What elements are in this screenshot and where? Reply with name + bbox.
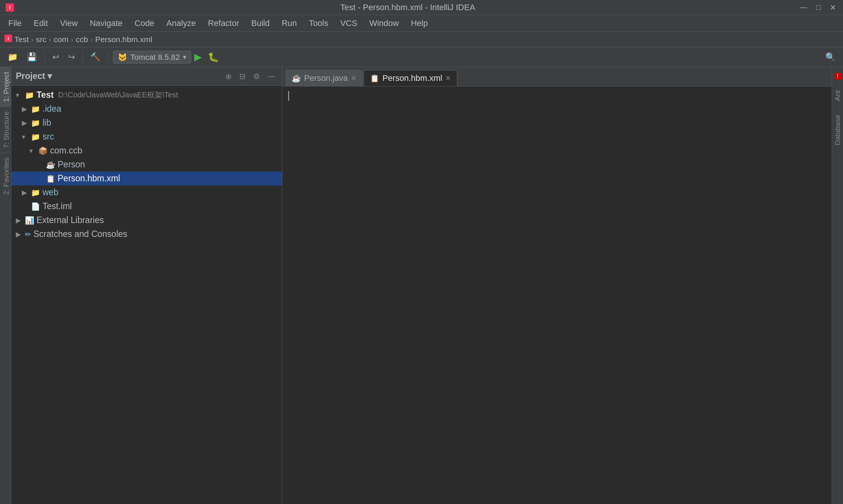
text-cursor <box>288 91 289 101</box>
app-icon: I <box>5 2 15 13</box>
open-project-btn[interactable]: 📁 <box>5 51 21 64</box>
tab-close-java[interactable]: ✕ <box>351 74 356 82</box>
redo-btn[interactable]: ↪ <box>65 51 78 64</box>
run-button[interactable]: ▶ <box>194 51 202 63</box>
menu-help[interactable]: Help <box>406 17 433 30</box>
tree-icon-person-hbm: 📋 <box>46 174 55 183</box>
search-everywhere-button[interactable]: 🔍 <box>822 51 838 64</box>
run-config-selector[interactable]: 🐱Tomcat 8.5.82▾ <box>113 51 191 64</box>
toolbar-separator <box>82 52 83 63</box>
tree-label-web: web <box>43 187 58 197</box>
toolbar-separator <box>108 52 108 63</box>
tree-label-com-ccb: com.ccb <box>50 146 82 156</box>
breadcrumb-item-ccb[interactable]: ccb <box>76 35 88 44</box>
tree-item-src[interactable]: ▾ 📁 src <box>11 130 282 144</box>
favorites-tab[interactable]: 2: Favorites <box>0 153 11 199</box>
tree-label-idea: .idea <box>43 104 61 114</box>
tree-icon-src: 📁 <box>31 132 40 141</box>
tab-label-hbm: Person.hbm.xml <box>382 73 442 83</box>
tree-item-idea[interactable]: ▶ 📁 .idea <box>11 102 282 116</box>
menu-refactor[interactable]: Refactor <box>202 17 244 30</box>
tree-item-com-ccb[interactable]: ▾ 📦 com.ccb <box>11 144 282 158</box>
run-config-label: Tomcat 8.5.82 <box>130 53 180 62</box>
panel-tool-sync[interactable]: ⊕ <box>223 71 234 82</box>
menu-run[interactable]: Run <box>276 17 302 30</box>
tree-item-person[interactable]: ▶ ☕ Person <box>11 158 282 172</box>
cursor-line <box>288 91 826 101</box>
save-btn[interactable]: 💾 <box>24 51 40 64</box>
menu-code[interactable]: Code <box>129 17 160 30</box>
tree-item-test[interactable]: ▾ 📁 Test D:\Code\JavaWeb\JavaEE框架\Test <box>11 88 282 102</box>
breadcrumb-item-src[interactable]: src <box>36 35 47 44</box>
project-tab[interactable]: 1: Project <box>0 67 11 106</box>
debug-button[interactable]: 🐛 <box>205 50 222 64</box>
menu-tools[interactable]: Tools <box>304 17 333 30</box>
project-tree: ▾ 📁 Test D:\Code\JavaWeb\JavaEE框架\Test ▶… <box>11 86 282 504</box>
tab-close-hbm[interactable]: ✕ <box>445 74 451 82</box>
editor-content[interactable] <box>282 87 832 504</box>
menu-navigate[interactable]: Navigate <box>85 17 128 30</box>
tree-icon-lib: 📁 <box>31 118 40 128</box>
breadcrumb-item-com[interactable]: com <box>54 35 69 44</box>
tab-person-hbm[interactable]: 📋 Person.hbm.xml ✕ <box>364 70 457 86</box>
error-stripe: ! <box>834 73 841 80</box>
tree-label-ext-lib: External Libraries <box>37 215 104 225</box>
maximize-button[interactable]: □ <box>814 2 823 13</box>
menu-build[interactable]: Build <box>246 17 275 30</box>
undo-btn[interactable]: ↩ <box>49 51 62 64</box>
tree-label-person-hbm: Person.hbm.xml <box>58 173 120 184</box>
ant-panel-label[interactable]: Ant <box>832 87 843 104</box>
breadcrumb-sep-2: › <box>49 35 52 44</box>
project-header: Project ▾ ⊕ ⊟ ⚙ — <box>11 67 282 86</box>
tree-item-web[interactable]: ▶ 📁 web <box>11 185 282 199</box>
menu-window[interactable]: Window <box>364 17 404 30</box>
svg-text:I: I <box>9 5 11 11</box>
breadcrumb-item-person-hbm.xml[interactable]: Person.hbm.xml <box>95 35 152 44</box>
structure-tab[interactable]: 7: Structure <box>0 106 11 153</box>
breadcrumb-item-test[interactable]: Test <box>14 35 29 44</box>
tree-arrow-ext-lib: ▶ <box>16 216 23 225</box>
project-panel: Project ▾ ⊕ ⊟ ⚙ — ▾ 📁 Test D:\Code\JavaW… <box>11 67 282 504</box>
tree-icon-test-iml: 📄 <box>31 202 40 211</box>
tree-item-test-iml[interactable]: ▶ 📄 Test.iml <box>11 199 282 213</box>
build-btn[interactable]: 🔨 <box>87 51 103 64</box>
tree-item-lib[interactable]: ▶ 📁 lib <box>11 116 282 130</box>
tree-icon-scratches: ✏ <box>25 230 31 239</box>
panel-tool-hide[interactable]: — <box>265 71 277 82</box>
menu-edit[interactable]: Edit <box>28 17 53 30</box>
tree-label-scratches: Scratches and Consoles <box>33 229 127 239</box>
breadcrumb-sep-1: › <box>31 35 34 44</box>
tab-person-java[interactable]: ☕ Person.java ✕ <box>285 70 363 86</box>
tree-item-person-hbm[interactable]: ▶ 📋 Person.hbm.xml <box>11 172 282 185</box>
tree-icon-web: 📁 <box>31 188 40 197</box>
menu-view[interactable]: View <box>55 17 83 30</box>
tree-label-lib: lib <box>43 118 51 128</box>
menu-file[interactable]: File <box>3 17 27 30</box>
editor-area: ☕ Person.java ✕ 📋 Person.hbm.xml ✕ <box>282 67 832 504</box>
svg-text:I: I <box>8 36 9 41</box>
panel-tool-collapse[interactable]: ⊟ <box>237 71 248 82</box>
tree-label-test: Test <box>37 90 54 100</box>
panel-tool-settings[interactable]: ⚙ <box>251 71 262 82</box>
toolbar-right: 🔍 <box>822 51 838 64</box>
tree-icon-project: 📁 <box>25 91 34 100</box>
tab-bar: ☕ Person.java ✕ 📋 Person.hbm.xml ✕ <box>282 67 832 87</box>
run-config-arrow: ▾ <box>183 53 186 61</box>
tree-arrow-src: ▾ <box>22 133 29 141</box>
close-button[interactable]: ✕ <box>828 2 838 13</box>
database-panel-label[interactable]: Database <box>832 112 843 148</box>
tree-label-person: Person <box>58 159 85 170</box>
tab-label-java: Person.java <box>304 73 348 83</box>
tree-item-scratches[interactable]: ▶ ✏ Scratches and Consoles <box>11 227 282 241</box>
breadcrumb-sep-4: › <box>90 35 93 44</box>
window-title: Test - Person.hbm.xml - IntelliJ IDEA <box>18 3 797 12</box>
tree-arrow-web: ▶ <box>22 188 29 197</box>
tree-item-ext-lib[interactable]: ▶ 📊 External Libraries <box>11 213 282 227</box>
tree-arrow-test: ▾ <box>16 91 23 99</box>
menu-analyze[interactable]: Analyze <box>161 17 201 30</box>
tree-icon-ext-lib: 📊 <box>25 216 34 225</box>
tree-arrow-lib: ▶ <box>22 119 29 127</box>
minimize-button[interactable]: — <box>797 2 810 13</box>
breadcrumb-bar: ITest›src›com›ccb›Person.hbm.xml <box>0 32 843 47</box>
menu-vcs[interactable]: VCS <box>335 17 362 30</box>
